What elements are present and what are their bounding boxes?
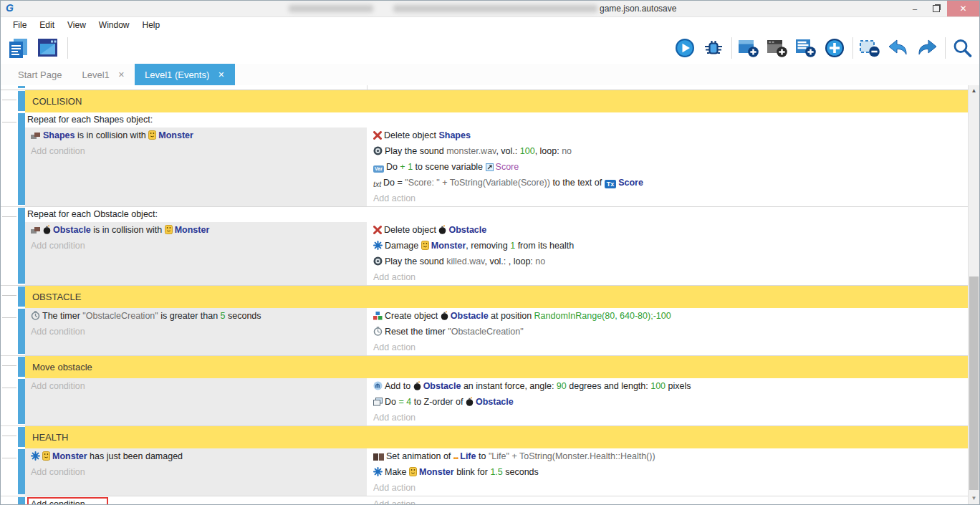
anim-icon [373,453,384,461]
text-segment: Monster [158,130,193,140]
debug-button[interactable] [701,34,728,62]
redo-icon [917,39,937,57]
add-action-button[interactable]: Add action [373,191,968,206]
group-header[interactable]: OBSTACLE [25,286,968,308]
event-selection-bar[interactable] [18,309,25,354]
action-row[interactable]: Create object Obstacle at position Rando… [373,308,968,324]
add-circle-button[interactable] [822,34,849,62]
event-selection-bar[interactable] [18,208,25,284]
monster-icon [421,241,429,250]
text-segment: Delete object [384,130,438,140]
tree-gutter [1,286,18,308]
conditions-panel: Monster has just been damagedAdd conditi… [25,448,367,496]
health-icon [373,467,383,476]
text-segment: , removing [466,241,510,251]
text-segment: Do [385,397,398,407]
event-selection-bar[interactable] [18,379,25,424]
tree-gutter [1,207,18,285]
event-selection-bar[interactable] [18,113,25,205]
event-selection-bar[interactable] [18,427,25,447]
add-action-button[interactable]: Add action [373,410,968,425]
add-condition-button[interactable]: Add condition [25,378,367,394]
vertical-scrollbar[interactable]: ▲ ▼ [968,85,979,504]
text-segment: is in collision with [91,225,165,235]
add-condition-button[interactable]: Add condition [25,143,367,159]
menu-file[interactable]: File [6,20,33,30]
redo-button[interactable] [914,34,941,62]
event-block: Monster has just been damagedAdd conditi… [1,448,968,496]
add-comment-button[interactable] [764,34,792,62]
add-action-button[interactable]: Add action [373,496,968,504]
menu-edit[interactable]: Edit [33,20,61,30]
action-row[interactable]: VarDo + 1 to scene variable Score [373,159,968,175]
delete-icon [373,131,382,140]
add-action-button[interactable]: Add action [373,269,968,285]
event-selection-bar[interactable] [18,91,25,111]
search-button[interactable] [949,34,976,62]
add-condition-button[interactable]: Add condition [25,238,367,254]
action-row[interactable]: Play the sound monster.wav, vol.: 100, l… [373,143,968,159]
action-row[interactable]: Delete object Obstacle [373,222,968,238]
scroll-down-icon[interactable]: ▼ [969,494,979,504]
event-selection-bar[interactable] [18,357,25,377]
scroll-up-icon[interactable]: ▲ [969,86,979,96]
action-row[interactable]: Damage Monster, removing 1 from its heal… [373,238,968,254]
text-segment: Damage [385,241,421,251]
maximize-button[interactable] [926,1,947,16]
event-block: The timer "ObstacleCreation" is greater … [1,308,968,356]
text-segment: "ObstacleCreation" [448,327,523,337]
action-row[interactable]: Reset the timer "ObstacleCreation" [373,324,968,340]
group-header[interactable]: Move obstacle [25,356,968,378]
scrollbar-thumb[interactable] [969,276,979,490]
group-header[interactable]: HEALTH [25,426,968,448]
text-segment: Obstacle [423,381,461,391]
project-manager-button[interactable] [5,34,32,62]
close-tab-icon[interactable]: ✕ [118,70,125,80]
menu-view[interactable]: View [61,20,92,30]
event-selection-bar[interactable] [18,86,25,88]
add-subevent-button[interactable] [793,34,820,62]
event-selection-bar[interactable] [18,449,25,494]
add-condition-button[interactable]: Add condition [25,324,367,340]
close-button[interactable]: ✕ [947,1,979,16]
tab-level1-events[interactable]: Level1 (Events) ✕ [135,64,235,85]
remove-event-button[interactable] [857,34,884,62]
group-header[interactable]: COLLISION [25,90,968,112]
add-condition-button[interactable]: Add condition [25,464,367,480]
menu-help[interactable]: Help [136,20,167,30]
condition-row[interactable]: Monster has just been damaged [25,448,367,464]
add-event-button[interactable] [736,34,763,62]
undo-button[interactable] [885,34,913,62]
condition-row[interactable]: The timer "ObstacleCreation" is greater … [25,308,367,324]
add-action-button[interactable]: Add action [373,340,968,355]
event-selection-bar[interactable] [18,287,25,307]
action-row[interactable]: Make Monster blink for 1.5 seconds [373,464,968,480]
repeat-header[interactable]: Repeat for each Obstacle object: [25,207,968,222]
repeat-header[interactable]: Repeat for each Shapes object: [25,112,968,128]
add-action-button[interactable]: Add action [373,480,968,496]
event-selection-bar[interactable] [18,497,25,504]
menu-window[interactable]: Window [92,20,136,30]
action-row[interactable]: Delete object Shapes [373,128,968,143]
search-icon [952,38,972,58]
tab-level1[interactable]: Level1 ✕ [72,64,135,85]
action-row[interactable]: Play the sound killed.wav, vol.: , loop:… [373,254,968,269]
action-row[interactable]: Add to Obstacle an instant force, angle:… [373,378,968,394]
play-button[interactable] [672,34,699,62]
text-segment: Add to [385,381,413,391]
text-segment: Play the sound [385,146,446,156]
condition-row[interactable]: Obstacle is in collision with Monster [25,222,367,238]
text-segment: Obstacle [451,311,489,321]
text-segment: seconds [503,467,539,477]
minimize-button[interactable]: – [904,1,926,16]
action-row[interactable]: Set animation of •••Life to "Life" + ToS… [373,448,968,464]
text-segment: to [476,451,489,461]
add-condition-button[interactable]: Add condition [25,496,367,504]
action-row[interactable]: Do = 4 to Z-order of Obstacle [373,394,968,410]
tab-start-page[interactable]: Start Page [8,64,72,85]
scene-window-button[interactable] [35,34,62,62]
sound-icon [373,146,383,155]
condition-row[interactable]: Shapes is in collision with Monster [25,128,367,143]
action-row[interactable]: txtDo = "Score: " + ToString(Variable(Sc… [373,175,968,191]
close-tab-icon[interactable]: ✕ [218,70,224,80]
